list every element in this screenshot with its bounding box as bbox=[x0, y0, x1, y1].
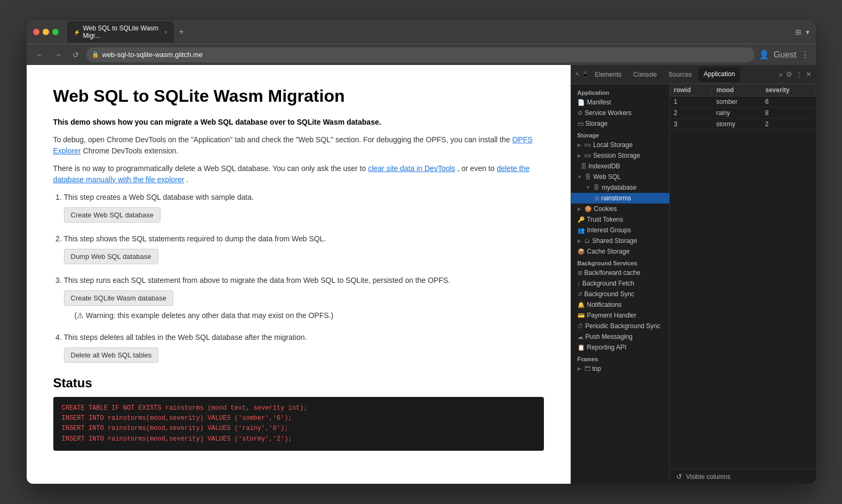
local-storage-icon: ≡≡ bbox=[584, 142, 591, 148]
frames-expand-icon: ▶ bbox=[578, 366, 581, 371]
refresh-button[interactable]: ↺ bbox=[69, 48, 82, 61]
mydatabase-icon: 🗄 bbox=[594, 184, 599, 191]
tab-label: Web SQL to SQLite Wasm Migr... bbox=[83, 25, 161, 39]
cache-storage-icon: 📦 bbox=[578, 248, 585, 255]
create-websql-button[interactable]: Create Web SQL database bbox=[64, 207, 161, 223]
tab-sources[interactable]: Sources bbox=[663, 68, 697, 82]
para2: There is no way to programmatically dele… bbox=[53, 163, 544, 185]
profile-icon[interactable]: 👤 bbox=[759, 50, 769, 60]
devtools-more-tabs-icon[interactable]: » bbox=[779, 70, 782, 78]
sidebar-item-trust-tokens[interactable]: 🔑 Trust Tokens bbox=[571, 214, 669, 225]
table-row[interactable]: 1 somber 6 bbox=[670, 96, 816, 108]
session-storage-expand-icon: ▶ bbox=[578, 153, 581, 158]
frames-section-header: Frames bbox=[571, 353, 669, 363]
sidebar-item-periodic-bg-sync[interactable]: ⏱ Periodic Background Sync bbox=[571, 321, 669, 331]
sidebar-item-interest-groups[interactable]: 👥 Interest Groups bbox=[571, 225, 669, 235]
cell-mood-3: stormy bbox=[712, 119, 761, 130]
sidebar-item-payment-handler[interactable]: 💳 Payment Handler bbox=[571, 310, 669, 321]
sidebar-item-background-fetch[interactable]: ↕ Background Fetch bbox=[571, 278, 669, 289]
clear-site-data-link[interactable]: clear site data in DevTools bbox=[368, 164, 455, 173]
window-cast-icon[interactable]: ⊞ bbox=[795, 28, 801, 36]
status-log: CREATE TABLE IF NOT EXISTS rainstorms (m… bbox=[53, 397, 544, 451]
table-row[interactable]: 3 stormy 2 bbox=[670, 119, 816, 130]
storage-section-header: Storage bbox=[571, 129, 669, 140]
address-bar[interactable] bbox=[86, 47, 755, 62]
websql-icon: 🗄 bbox=[585, 174, 591, 180]
create-sqlite-button[interactable]: Create SQLite Wasm database bbox=[64, 290, 173, 306]
col-severity: severity bbox=[761, 84, 815, 96]
cookies-icon: 🍪 bbox=[584, 206, 592, 213]
devtools-tab-bar: ↖ 📱 Elements Console Sources Application… bbox=[571, 65, 816, 84]
sidebar-item-shared-storage[interactable]: ▶ 🗂 Shared Storage bbox=[571, 235, 669, 246]
sidebar-item-storage[interactable]: 🗃 Storage bbox=[571, 118, 669, 129]
window-controls: ⊞ ▾ bbox=[795, 28, 809, 36]
sidebar-item-service-workers[interactable]: ⚙ Service Workers bbox=[571, 108, 669, 118]
content-area: Web SQL to SQLite Wasm Migration This de… bbox=[27, 65, 816, 484]
sidebar-item-websql[interactable]: ▼ 🗄 Web SQL bbox=[571, 172, 669, 182]
browser-menu-icon[interactable]: ⋮ bbox=[801, 50, 809, 60]
backforward-cache-icon: ⊞ bbox=[578, 270, 582, 277]
devtools-cursor-icon[interactable]: ↖ bbox=[575, 71, 580, 78]
sidebar-item-rainstorms[interactable]: ⊞ rainstorms bbox=[571, 193, 669, 204]
active-tab[interactable]: ⚡ Web SQL to SQLite Wasm Migr... × bbox=[67, 21, 174, 43]
minimize-button[interactable] bbox=[43, 29, 49, 35]
mydatabase-expand-icon: ▼ bbox=[586, 185, 591, 190]
sidebar-item-backforward-cache[interactable]: ⊞ Back/forward cache bbox=[571, 267, 669, 278]
sidebar-item-notifications[interactable]: 🔔 Notifications bbox=[571, 299, 669, 310]
service-workers-icon: ⚙ bbox=[578, 110, 583, 117]
sidebar-item-cookies[interactable]: ▶ 🍪 Cookies bbox=[571, 204, 669, 214]
visible-columns-label: Visible columns bbox=[686, 473, 731, 481]
visible-columns-refresh-button[interactable]: ↺ bbox=[676, 473, 682, 481]
indexeddb-icon: 🗄 bbox=[581, 163, 587, 169]
cookies-expand-icon: ▶ bbox=[578, 206, 581, 212]
push-messaging-icon: ☁ bbox=[578, 334, 583, 340]
sidebar-item-manifest[interactable]: 📄 Manifest bbox=[571, 97, 669, 108]
tab-close-button[interactable]: × bbox=[164, 29, 167, 35]
sidebar-item-background-sync[interactable]: ↺ Background Sync bbox=[571, 289, 669, 299]
sidebar-item-push-messaging[interactable]: ☁ Push Messaging bbox=[571, 331, 669, 342]
col-rowid: rowid bbox=[670, 84, 712, 96]
back-button[interactable]: ← bbox=[33, 48, 47, 61]
devtools-settings-icon[interactable]: ⚙ bbox=[786, 70, 792, 78]
sidebar-item-reporting-api[interactable]: 📋 Reporting API bbox=[571, 342, 669, 353]
sidebar-item-local-storage[interactable]: ▶ ≡≡ Local Storage bbox=[571, 140, 669, 150]
sidebar-item-session-storage[interactable]: ▶ ≡≡ Session Storage bbox=[571, 150, 669, 161]
status-section: Status CREATE TABLE IF NOT EXISTS rainst… bbox=[53, 376, 544, 451]
tab-application[interactable]: Application bbox=[699, 67, 741, 82]
cell-rowid-3: 3 bbox=[670, 119, 712, 130]
tab-console[interactable]: Console bbox=[628, 68, 662, 82]
devtools-kebab-icon[interactable]: ⋮ bbox=[796, 70, 803, 78]
payment-handler-icon: 💳 bbox=[578, 312, 585, 319]
tab-elements[interactable]: Elements bbox=[590, 68, 627, 82]
tab-bar: ⚡ Web SQL to SQLite Wasm Migr... × + bbox=[67, 21, 791, 43]
table-row[interactable]: 2 rainy 8 bbox=[670, 108, 816, 119]
delete-websql-button[interactable]: Delete all Web SQL tables bbox=[64, 347, 159, 363]
cell-rowid-1: 1 bbox=[670, 96, 712, 108]
session-storage-icon: ≡≡ bbox=[584, 152, 591, 159]
sidebar-item-indexeddb[interactable]: 🗄 IndexedDB bbox=[571, 161, 669, 172]
devtools-close-icon[interactable]: ✕ bbox=[806, 70, 812, 78]
nav-right-controls: 👤 Guest ⋮ bbox=[759, 50, 809, 60]
background-sync-icon: ↺ bbox=[578, 291, 582, 298]
sidebar-item-cache-storage[interactable]: 📦 Cache Storage bbox=[571, 246, 669, 257]
bg-section-header: Background Services bbox=[571, 257, 669, 267]
devtools-main-panel: rowid mood severity 1 somber 6 bbox=[670, 84, 816, 484]
shared-storage-expand-icon: ▶ bbox=[578, 238, 581, 243]
new-tab-button[interactable]: + bbox=[176, 26, 187, 38]
forward-button[interactable]: → bbox=[51, 48, 65, 61]
trust-tokens-icon: 🔑 bbox=[578, 216, 585, 223]
cell-mood-1: somber bbox=[712, 96, 761, 108]
lock-icon: 🔒 bbox=[92, 51, 99, 58]
page-title: Web SQL to SQLite Wasm Migration bbox=[53, 86, 544, 106]
status-heading: Status bbox=[53, 376, 544, 391]
maximize-button[interactable] bbox=[52, 29, 59, 35]
dump-websql-button[interactable]: Dump Web SQL database bbox=[64, 249, 158, 264]
storage-icon: 🗃 bbox=[578, 120, 583, 127]
step-4: This steps deletes all tables in the Web… bbox=[64, 332, 544, 363]
cell-rowid-2: 2 bbox=[670, 108, 712, 119]
window-menu-icon[interactable]: ▾ bbox=[806, 28, 809, 36]
sidebar-item-mydatabase[interactable]: ▼ 🗄 mydatabase bbox=[571, 182, 669, 193]
devtools-device-icon[interactable]: 📱 bbox=[581, 71, 589, 78]
sidebar-item-frames-top[interactable]: ▶ 🗔 top bbox=[571, 363, 669, 374]
close-button[interactable] bbox=[33, 29, 39, 35]
